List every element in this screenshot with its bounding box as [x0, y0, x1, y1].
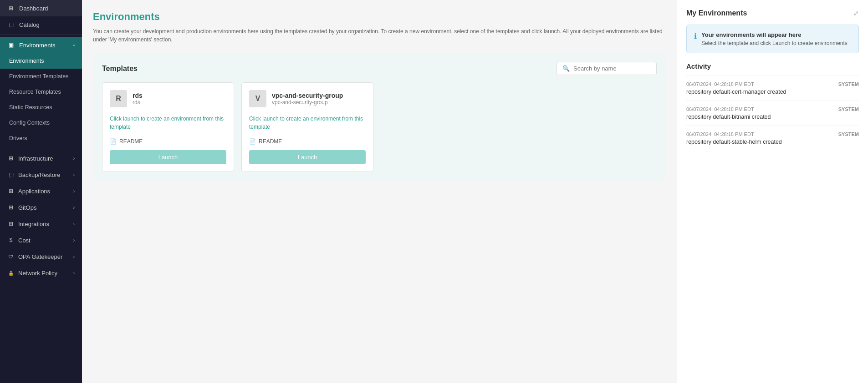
sidebar-item-catalog[interactable]: Catalog — [0, 16, 82, 33]
sidebar-label-config-contexts: Config Contexts — [9, 120, 50, 126]
search-input[interactable] — [573, 65, 651, 72]
sidebar-label-dashboard: Dashboard — [19, 5, 48, 12]
policy-icon — [7, 269, 15, 277]
search-box[interactable]: 🔍 — [557, 62, 657, 75]
templates-header: Templates 🔍 — [102, 62, 657, 75]
sidebar-item-opa-gatekeeper[interactable]: OPA Gatekeeper › — [0, 248, 82, 265]
chevron-right-icon-integrations: › — [73, 222, 75, 227]
sidebar-item-environments-group[interactable]: Environments — [0, 37, 82, 53]
backup-icon: ⬚ — [7, 171, 15, 178]
sidebar-label-drivers: Drivers — [9, 135, 27, 141]
sidebar-item-gitops[interactable]: ⊞ GitOps › — [0, 199, 82, 216]
card-header-vpc: V vpc-and-security-group vpc-and-securit… — [249, 90, 366, 107]
template-card-vpc: V vpc-and-security-group vpc-and-securit… — [241, 82, 373, 172]
grid-icon — [7, 5, 15, 12]
chevron-right-icon-network: › — [73, 271, 75, 276]
sidebar: Dashboard Catalog Environments Environme… — [0, 0, 82, 383]
template-card-rds: R rds rds Click launch to create an envi… — [102, 82, 234, 172]
chevron-right-icon-backup: › — [73, 172, 75, 177]
dollar-icon — [7, 237, 15, 244]
content-area: Environments You can create your develop… — [82, 0, 868, 383]
sidebar-label-integrations: Integrations — [18, 221, 49, 227]
sidebar-label-opa-gatekeeper: OPA Gatekeeper — [18, 253, 62, 260]
readme-icon-rds — [110, 138, 117, 145]
sidebar-label-gitops: GitOps — [18, 204, 36, 211]
activity-system-0: SYSTEM — [838, 81, 859, 87]
card-header-rds: R rds rds — [110, 90, 226, 107]
sidebar-label-environments-group: Environments — [19, 42, 55, 49]
templates-section: Templates 🔍 R rds — [93, 53, 666, 181]
template-cards-container: R rds rds Click launch to create an envi… — [102, 82, 657, 172]
sidebar-label-environments: Environments — [9, 58, 44, 64]
shield-icon — [7, 253, 15, 260]
sidebar-separator — [0, 35, 82, 35]
sidebar-item-cost[interactable]: Cost › — [0, 232, 82, 248]
chevron-right-icon-cost: › — [73, 238, 75, 243]
activity-item-2: 06/07/2024, 04:28:18 PM EDT SYSTEM repos… — [686, 126, 859, 151]
sidebar-item-integrations[interactable]: ⊞ Integrations › — [0, 216, 82, 232]
sidebar-item-environments[interactable]: Environments — [0, 53, 82, 69]
chevron-down-icon — [73, 43, 75, 48]
right-panel-header: My Environments ⤢ — [686, 9, 859, 17]
activity-time-1: 06/07/2024, 04:28:18 PM EDT — [686, 106, 754, 112]
right-panel: My Environments ⤢ ℹ Your environments wi… — [677, 0, 868, 383]
env-notice-title: Your environments will appear here — [701, 31, 848, 38]
sidebar-item-applications[interactable]: ⊞ Applications › — [0, 183, 82, 199]
activity-meta-2: 06/07/2024, 04:28:18 PM EDT SYSTEM — [686, 131, 859, 137]
card-sub-vpc: vpc-and-security-group — [272, 99, 343, 106]
sidebar-item-dashboard[interactable]: Dashboard — [0, 0, 82, 16]
search-icon: 🔍 — [562, 65, 570, 72]
launch-button-rds[interactable]: Launch — [110, 150, 226, 164]
center-panel: Environments You can create your develop… — [82, 0, 677, 383]
activity-text-0: repository default-cert-manager created — [686, 89, 859, 95]
sidebar-label-infrastructure: Infrastructure — [18, 155, 53, 162]
sidebar-label-catalog: Catalog — [19, 21, 40, 28]
page-description: You can create your development and prod… — [93, 27, 666, 44]
expand-icon[interactable]: ⤢ — [853, 10, 859, 17]
env-notice-desc: Select the template and click Launch to … — [701, 40, 848, 46]
sidebar-item-static-resources[interactable]: Static Resources — [0, 100, 82, 115]
card-name-rds: rds — [133, 92, 143, 99]
sidebar-item-drivers[interactable]: Drivers — [0, 131, 82, 146]
sidebar-label-resource-templates: Resource Templates — [9, 89, 61, 95]
card-readme-vpc: README — [249, 138, 366, 145]
sidebar-item-env-templates[interactable]: Environment Templates — [0, 69, 82, 84]
activity-time-2: 06/07/2024, 04:28:18 PM EDT — [686, 131, 754, 137]
sidebar-item-infrastructure[interactable]: ⊞ Infrastructure › — [0, 150, 82, 166]
activity-meta-1: 06/07/2024, 04:28:18 PM EDT SYSTEM — [686, 106, 859, 112]
chevron-right-icon-opa: › — [73, 254, 75, 259]
monitor-icon — [7, 41, 15, 49]
sidebar-item-backup-restore[interactable]: ⬚ Backup/Restore › — [0, 166, 82, 183]
sidebar-label-cost: Cost — [18, 237, 31, 244]
card-avatar-rds: R — [110, 90, 127, 107]
chevron-right-icon-gitops: › — [73, 205, 75, 210]
activity-system-2: SYSTEM — [838, 131, 859, 137]
sidebar-item-resource-templates[interactable]: Resource Templates — [0, 84, 82, 100]
activity-item-0: 06/07/2024, 04:28:18 PM EDT SYSTEM repos… — [686, 76, 859, 101]
activity-system-1: SYSTEM — [838, 106, 859, 112]
launch-button-vpc[interactable]: Launch — [249, 150, 366, 164]
chevron-right-icon-infra: › — [73, 156, 75, 161]
env-notice-content: Your environments will appear here Selec… — [701, 31, 848, 46]
sidebar-label-backup-restore: Backup/Restore — [18, 171, 61, 178]
card-sub-rds: rds — [133, 99, 143, 106]
sidebar-item-config-contexts[interactable]: Config Contexts — [0, 115, 82, 131]
card-info-rds: rds rds — [133, 92, 143, 106]
activity-time-0: 06/07/2024, 04:28:18 PM EDT — [686, 81, 754, 87]
card-name-vpc: vpc-and-security-group — [272, 92, 343, 99]
integrations-icon: ⊞ — [7, 220, 15, 227]
gitops-icon: ⊞ — [7, 204, 15, 211]
applications-icon: ⊞ — [7, 187, 15, 195]
activity-title: Activity — [686, 62, 859, 70]
activity-meta-0: 06/07/2024, 04:28:18 PM EDT SYSTEM — [686, 81, 859, 87]
sidebar-item-network-policy[interactable]: Network Policy › — [0, 265, 82, 281]
infrastructure-icon: ⊞ — [7, 155, 15, 162]
readme-icon-vpc — [249, 138, 256, 145]
sidebar-label-env-templates: Environment Templates — [9, 73, 68, 80]
info-icon: ℹ — [694, 32, 697, 46]
card-info-vpc: vpc-and-security-group vpc-and-security-… — [272, 92, 343, 106]
my-environments-title: My Environments — [686, 9, 747, 17]
activity-text-2: repository default-stable-helm created — [686, 139, 859, 145]
sidebar-label-static-resources: Static Resources — [9, 104, 52, 111]
env-notice: ℹ Your environments will appear here Sel… — [686, 25, 859, 53]
